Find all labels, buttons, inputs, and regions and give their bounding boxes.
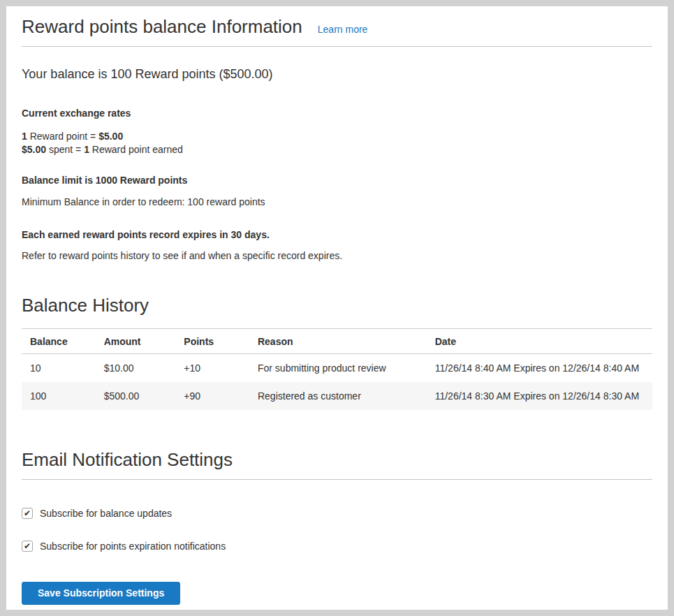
table-row: 100 $500.00 +90 Registered as customer 1… — [22, 382, 652, 410]
min-balance-text: Minimum Balance in order to redeem: 100 … — [22, 196, 652, 207]
column-header-balance: Balance — [22, 329, 96, 354]
balance-history-heading: Balance History — [22, 295, 652, 316]
email-settings-heading: Email Notification Settings — [22, 449, 233, 471]
column-header-date: Date — [427, 329, 652, 354]
cell-reason: For submitting product review — [249, 354, 427, 383]
expiry-hint-text: Refer to reward points history to see if… — [22, 250, 652, 261]
save-subscription-settings-button[interactable]: Save Subscription Settings — [22, 582, 180, 605]
checkmark-icon: ✔ — [24, 542, 31, 550]
table-header-row: Balance Amount Points Reason Date — [22, 329, 652, 354]
cell-date: 11/26/14 8:30 AM Expires on 12/26/14 8:3… — [427, 382, 652, 410]
column-header-amount: Amount — [96, 329, 176, 354]
page-title: Reward points balance Information — [22, 16, 302, 38]
table-row: 10 $10.00 +10 For submitting product rev… — [22, 354, 652, 383]
subscribe-balance-updates-option[interactable]: ✔ Subscribe for balance updates — [22, 508, 652, 519]
cell-date: 11/26/14 8:40 AM Expires on 12/26/14 8:4… — [427, 354, 652, 383]
column-header-points: Points — [175, 329, 249, 354]
learn-more-link[interactable]: Learn more — [318, 24, 368, 35]
checkbox-label: Subscribe for balance updates — [40, 508, 172, 519]
rate-earning-line: 1 Reward point = $5.00 — [22, 130, 652, 143]
balance-updates-checkbox[interactable]: ✔ — [22, 508, 33, 519]
cell-reason: Registered as customer — [249, 382, 427, 410]
cell-points: +10 — [175, 354, 249, 383]
exchange-rates-heading: Current exchange rates — [22, 108, 652, 119]
subscribe-points-expiration-option[interactable]: ✔ Subscribe for points expiration notifi… — [22, 541, 652, 552]
points-expiration-checkbox[interactable]: ✔ — [22, 541, 33, 552]
expiry-notice-text: Each earned reward points record expires… — [22, 229, 652, 240]
rate-spending-line: $5.00 spent = 1 Reward point earned — [22, 143, 652, 156]
balance-history-section: Balance History — [22, 295, 652, 316]
balance-summary: Your balance is 100 Reward points ($500.… — [22, 66, 652, 82]
cell-balance: 100 — [22, 382, 96, 410]
balance-limit-text: Balance limit is 1000 Reward points — [22, 175, 652, 186]
column-header-reason: Reason — [249, 329, 427, 354]
exchange-rates: 1 Reward point = $5.00 $5.00 spent = 1 R… — [22, 130, 652, 156]
email-settings-section: Email Notification Settings — [22, 449, 652, 480]
page-title-section: Reward points balance Information Learn … — [22, 16, 652, 47]
cell-amount: $500.00 — [96, 382, 176, 410]
reward-points-panel: Reward points balance Information Learn … — [6, 6, 668, 610]
cell-points: +90 — [175, 382, 249, 410]
cell-balance: 10 — [22, 354, 96, 383]
checkmark-icon: ✔ — [24, 509, 31, 518]
checkbox-label: Subscribe for points expiration notifica… — [40, 541, 226, 552]
cell-amount: $10.00 — [96, 354, 176, 383]
balance-history-table: Balance Amount Points Reason Date 10 $10… — [22, 328, 652, 410]
